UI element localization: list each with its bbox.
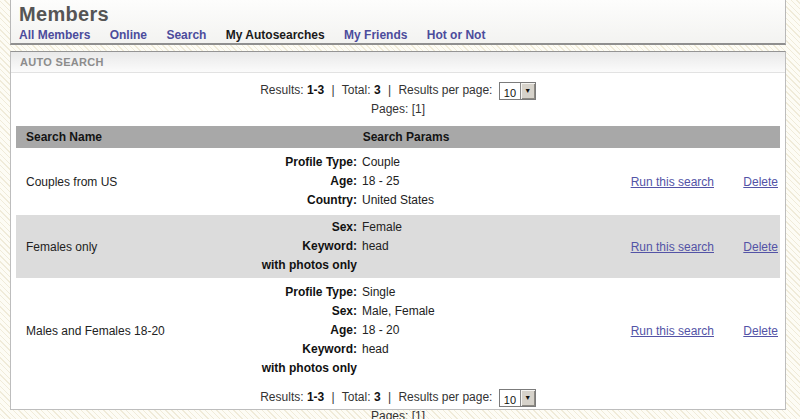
nav-item-my-autosearches[interactable]: My Autosearches [226, 28, 325, 42]
pagination-top: Results: 1-3 | Total: 3 | Results per pa… [15, 81, 781, 119]
param-label: Keyword: [216, 340, 361, 359]
param-line: Profile Type: Couple [216, 153, 596, 172]
search-name: Males and Females 18-20 [16, 280, 216, 381]
param-value [361, 256, 596, 275]
param-value: Male, Female [361, 302, 596, 321]
nav-item-search[interactable]: Search [166, 28, 206, 42]
run-this-search-link[interactable]: Run this search [631, 240, 714, 254]
param-label: with photos only [216, 256, 361, 275]
column-header-search-name: Search Name [16, 130, 216, 144]
param-value: 18 - 25 [361, 172, 596, 191]
search-name: Couples from US [16, 150, 216, 213]
pagination-results-line: Results: 1-3 | Total: 3 | Results per pa… [15, 388, 781, 407]
total-label: Total: [342, 83, 371, 97]
delete-link[interactable]: Delete [743, 240, 778, 254]
param-label: Keyword: [216, 237, 361, 256]
param-label: Age: [216, 172, 361, 191]
page-title: Members [19, 3, 785, 26]
pages-label: Pages: [371, 409, 408, 419]
search-name: Females only [16, 215, 216, 278]
nav-item-hot-or-not[interactable]: Hot or Not [427, 28, 486, 42]
select-value: 10 [500, 83, 520, 99]
page-header: Members All Members Online Search My Aut… [10, 0, 786, 45]
param-line: Country: United States [216, 191, 596, 210]
run-search-cell: Run this search [596, 150, 728, 213]
separator: | [388, 390, 391, 404]
nav-item-online[interactable]: Online [110, 28, 147, 42]
param-label: with photos only [216, 359, 361, 378]
nav-item-my-friends[interactable]: My Friends [344, 28, 407, 42]
delete-link[interactable]: Delete [743, 324, 778, 338]
total-value: 3 [374, 83, 381, 97]
members-nav: All Members Online Search My Autosearche… [19, 28, 785, 42]
delete-cell: Delete [728, 150, 780, 213]
run-search-cell: Run this search [596, 215, 728, 278]
results-per-page-select[interactable]: 10 ▼ [499, 82, 536, 100]
param-line: Sex: Female [216, 218, 596, 237]
select-value: 10 [500, 390, 520, 406]
current-page: [1] [412, 409, 425, 419]
param-value [361, 359, 596, 378]
param-value: United States [361, 191, 596, 210]
results-range: 1-3 [307, 390, 324, 404]
run-search-cell: Run this search [596, 280, 728, 381]
delete-cell: Delete [728, 215, 780, 278]
results-label: Results: [260, 390, 303, 404]
param-label: Sex: [216, 218, 361, 237]
param-value: Female [361, 218, 596, 237]
table-row: Couples from US Profile Type: Couple Age… [16, 150, 780, 213]
param-line: Profile Type: Single [216, 283, 596, 302]
param-line: Sex: Male, Female [216, 302, 596, 321]
pagination-pages-line: Pages: [1] [15, 407, 781, 419]
param-label: Profile Type: [216, 153, 361, 172]
param-value: head [361, 340, 596, 359]
search-params: Profile Type: Single Sex: Male, Female A… [216, 280, 596, 381]
pagination-results-line: Results: 1-3 | Total: 3 | Results per pa… [15, 81, 781, 100]
param-line: Keyword: head [216, 237, 596, 256]
param-label: Sex: [216, 302, 361, 321]
results-label: Results: [260, 83, 303, 97]
param-value: head [361, 237, 596, 256]
total-value: 3 [374, 390, 381, 404]
results-per-page-select[interactable]: 10 ▼ [499, 389, 536, 407]
delete-cell: Delete [728, 280, 780, 381]
table-header-row: Search Name Search Params [16, 126, 780, 148]
panel-title: AUTO SEARCH [11, 52, 785, 73]
separator: | [332, 390, 335, 404]
param-line: Age: 18 - 25 [216, 172, 596, 191]
param-label: Age: [216, 321, 361, 340]
run-this-search-link[interactable]: Run this search [631, 324, 714, 338]
param-line: Age: 18 - 20 [216, 321, 596, 340]
table-row: Males and Females 18-20 Profile Type: Si… [16, 280, 780, 381]
column-header-search-params: Search Params [216, 130, 596, 144]
nav-item-all-members[interactable]: All Members [19, 28, 90, 42]
auto-search-panel: AUTO SEARCH Results: 1-3 | Total: 3 | Re… [10, 51, 786, 410]
separator: | [332, 83, 335, 97]
table-row: Females only Sex: Female Keyword: head w… [16, 215, 780, 278]
per-page-label: Results per page: [398, 390, 492, 404]
chevron-down-icon: ▼ [520, 390, 535, 406]
param-value: 18 - 20 [361, 321, 596, 340]
search-params: Sex: Female Keyword: head with photos on… [216, 215, 596, 278]
current-page: [1] [412, 102, 425, 116]
panel-body: Results: 1-3 | Total: 3 | Results per pa… [11, 73, 785, 419]
search-params: Profile Type: Couple Age: 18 - 25 Countr… [216, 150, 596, 213]
total-label: Total: [342, 390, 371, 404]
param-line: with photos only [216, 256, 596, 275]
results-range: 1-3 [307, 83, 324, 97]
param-value: Single [361, 283, 596, 302]
autosearch-table: Search Name Search Params Couples from U… [16, 126, 780, 381]
param-value: Couple [361, 153, 596, 172]
param-label: Country: [216, 191, 361, 210]
param-label: Profile Type: [216, 283, 361, 302]
run-this-search-link[interactable]: Run this search [631, 175, 714, 189]
per-page-label: Results per page: [398, 83, 492, 97]
delete-link[interactable]: Delete [743, 175, 778, 189]
chevron-down-icon: ▼ [520, 83, 535, 99]
pagination-pages-line: Pages: [1] [15, 100, 781, 119]
param-line: with photos only [216, 359, 596, 378]
pages-label: Pages: [371, 102, 408, 116]
param-line: Keyword: head [216, 340, 596, 359]
separator: | [388, 83, 391, 97]
pagination-bottom: Results: 1-3 | Total: 3 | Results per pa… [15, 388, 781, 419]
